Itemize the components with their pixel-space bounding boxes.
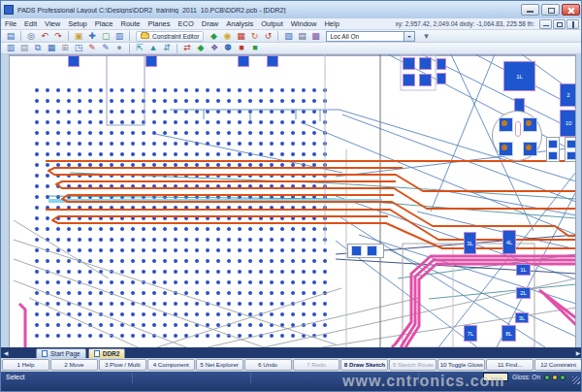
highlight-icon[interactable]: ❖	[209, 43, 220, 53]
comp-r2[interactable]: 2	[560, 83, 576, 107]
comp-mount-circle-pad-1[interactable]	[499, 117, 513, 132]
comp-r10[interactable]: 10	[560, 110, 576, 137]
menu-item-view[interactable]: View	[45, 19, 60, 28]
display-control-icon[interactable]: ▩	[309, 31, 321, 42]
component-icon[interactable]: ⚉	[222, 43, 234, 53]
redo-icon[interactable]: ↷	[52, 31, 64, 42]
fkey-5-net-explorer[interactable]: 5 Net Explorer	[196, 359, 243, 371]
grid-icon[interactable]: ▦	[46, 43, 57, 53]
comp-quad-array-4[interactable]	[419, 74, 432, 86]
doc-restore-button[interactable]	[553, 19, 566, 29]
move-component-icon[interactable]: ✚	[86, 31, 98, 42]
constraint-editor-button[interactable]: Constraint Editor	[136, 31, 204, 42]
comp-mount-circle[interactable]	[492, 111, 542, 161]
fkey-3-plow-multi[interactable]: 3 Plow / Multi	[99, 359, 146, 371]
comp-3lb[interactable]: 3L	[515, 312, 529, 323]
comp-top-1[interactable]	[68, 55, 80, 67]
fkey-10-toggle-gloss[interactable]: 10 Toggle Gloss	[437, 359, 485, 371]
add-window-icon[interactable]: ⊞	[59, 43, 71, 53]
minimize-button[interactable]	[521, 4, 539, 16]
find-icon[interactable]: ◎	[25, 31, 37, 42]
online-drc-icon[interactable]: ◆	[208, 31, 219, 42]
comp-1l[interactable]: 1L	[516, 264, 531, 276]
tab-ddr2[interactable]: DDR2	[88, 348, 126, 358]
gloss-icon[interactable]: ↻	[248, 31, 260, 42]
menu-item-help[interactable]: Help	[324, 19, 339, 28]
display-scheme-dropdown[interactable]: Loc All On	[326, 31, 415, 42]
comp-7l[interactable]: 7L	[464, 325, 477, 342]
comp-stack-a[interactable]	[436, 58, 446, 70]
fkey-2-move[interactable]: 2 Move	[50, 359, 98, 371]
copy-view-icon[interactable]: ⧉	[32, 43, 44, 53]
close-button[interactable]	[562, 4, 580, 16]
comp-two-square[interactable]	[347, 244, 384, 258]
comp-3l[interactable]: 3L	[464, 232, 476, 254]
menu-item-window[interactable]: Window	[291, 19, 317, 28]
comp-quad-array-1[interactable]	[403, 57, 415, 70]
doc-close-button[interactable]	[566, 19, 579, 29]
scheme-apply-icon[interactable]: ▾	[420, 31, 432, 42]
select-mode-icon[interactable]: ▥	[5, 43, 16, 53]
menu-item-route[interactable]: Route	[121, 19, 141, 28]
pcb-artwork[interactable]	[10, 54, 576, 347]
fkey-11-find-[interactable]: 11 Find...	[486, 359, 534, 371]
rotate-icon[interactable]: ▲	[147, 43, 159, 53]
comp-4l[interactable]: 4L	[502, 230, 516, 254]
add-via-icon[interactable]: ●	[113, 43, 125, 53]
menu-item-edit[interactable]: Edit	[24, 19, 37, 28]
doc-minimize-button[interactable]	[539, 19, 552, 29]
tab-start-page[interactable]: Start Page	[36, 348, 86, 358]
menu-item-planes[interactable]: Planes	[148, 19, 171, 28]
comp-mount-circle-pad-4[interactable]	[523, 142, 537, 156]
comp-pair-b[interactable]	[565, 137, 576, 162]
comp-8l[interactable]: 8L	[501, 325, 516, 342]
tab-scroll-left-icon[interactable]: ◀	[1, 349, 11, 358]
comp-top-4[interactable]	[267, 55, 278, 67]
comp-top-2[interactable]	[146, 55, 157, 67]
pcb-canvas[interactable]: 1L2103L4L1L2L3L7L8L	[9, 54, 576, 347]
drc-red-icon[interactable]: ■	[236, 43, 247, 53]
reroute-icon[interactable]: ↺	[262, 31, 274, 42]
menu-item-place[interactable]: Place	[95, 19, 113, 28]
report-icon[interactable]: ▤	[18, 43, 30, 53]
comp-quad-array-3[interactable]	[403, 74, 415, 86]
draw-blue-pencil-icon[interactable]: ✎	[100, 43, 112, 53]
menu-item-analysis[interactable]: Analysis	[226, 19, 253, 28]
netline-icon[interactable]: ▤	[296, 31, 307, 42]
corner-view-icon[interactable]: ◳	[73, 43, 84, 53]
menu-item-file[interactable]: File	[5, 19, 16, 28]
fkey-1-help[interactable]: 1 Help	[2, 359, 49, 371]
hazards-icon[interactable]: ◉	[221, 31, 233, 42]
comp-pair-a[interactable]	[546, 137, 560, 162]
fkey-4-component[interactable]: 4 Component	[147, 359, 195, 371]
tune-icon[interactable]: ◆	[195, 43, 207, 53]
comp-2l[interactable]: 2L	[516, 287, 531, 299]
menu-item-output[interactable]: Output	[261, 19, 283, 28]
swap-icon[interactable]: ⇄	[181, 43, 193, 53]
fit-view-icon[interactable]: ▢	[100, 31, 112, 42]
undo-icon[interactable]: ↶	[39, 31, 50, 42]
save-icon[interactable]: ▤	[5, 31, 16, 42]
layer-display-icon[interactable]: ▧	[282, 31, 294, 42]
menu-item-setup[interactable]: Setup	[68, 19, 87, 28]
comp-mount-circle-pad-2[interactable]	[523, 117, 537, 132]
menu-item-eco[interactable]: ECO	[178, 19, 193, 28]
comp-stack-b[interactable]	[436, 73, 446, 84]
chevron-down-icon[interactable]	[404, 32, 414, 41]
fkey-8-draw-sketch[interactable]: 8 Draw Sketch	[340, 359, 388, 371]
draw-red-pencil-icon[interactable]: ✎	[86, 43, 98, 53]
maximize-button[interactable]	[541, 4, 560, 16]
fkey-6-undo[interactable]: 6 Undo	[244, 359, 292, 371]
flip-icon[interactable]: ⇵	[161, 43, 173, 53]
comp-quad-array-2[interactable]	[419, 57, 432, 70]
drc-green-icon[interactable]: ■	[249, 43, 261, 53]
align-icon[interactable]: ⇱	[134, 43, 146, 53]
board-view-icon[interactable]: ▥	[113, 31, 125, 42]
drc-window-icon[interactable]: ▦	[235, 31, 246, 42]
menu-item-draw[interactable]: Draw	[202, 19, 219, 28]
tab-scroll-right-icon[interactable]: ▶	[573, 349, 582, 358]
comp-top-3[interactable]	[238, 55, 249, 67]
resize-grip[interactable]	[572, 376, 580, 384]
comp-u1[interactable]: 1L	[503, 61, 535, 91]
fkey-12-constraint[interactable]: 12 Constraint	[534, 359, 582, 371]
